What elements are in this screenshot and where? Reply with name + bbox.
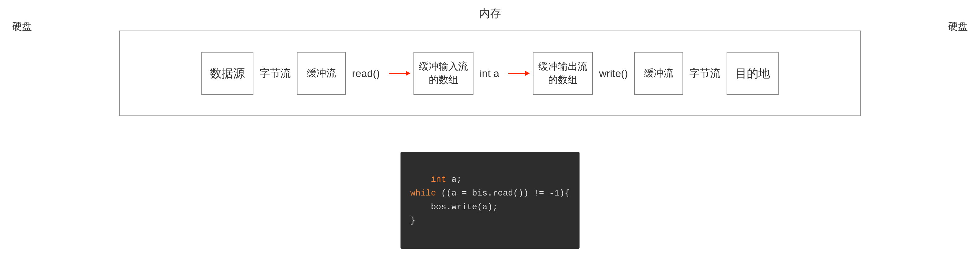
code-line1-rest: a; — [446, 175, 461, 184]
write-item: write() — [593, 68, 634, 79]
byte-stream-right-item: 字节流 — [683, 66, 727, 81]
read-item: read() — [346, 68, 386, 79]
datasource-box: 数据源 — [201, 52, 253, 95]
buffer-stream-left-box: 缓冲流 — [297, 52, 346, 95]
code-keyword-int: int — [431, 175, 446, 184]
buffer-stream-right-item: 缓冲流 — [634, 52, 683, 95]
memory-label: 内存 — [479, 6, 501, 21]
write-label: write() — [593, 68, 634, 79]
arrow1 — [386, 69, 414, 78]
target-box: 目的地 — [727, 52, 779, 95]
buffer-input-box: 缓冲输入流 的数组 — [414, 52, 474, 95]
int-a-item: int a — [474, 68, 505, 79]
byte-stream-right-label: 字节流 — [683, 66, 727, 81]
flow-row: 数据源 字节流 缓冲流 read() 缓冲输入流 的数组 — [0, 30, 980, 116]
buffer-output-item: 缓冲输出流 的数组 — [533, 52, 593, 95]
byte-stream-left-label: 字节流 — [253, 66, 297, 81]
buffer-output-box: 缓冲输出流 的数组 — [533, 52, 593, 95]
code-line2-rest: ((a = bis.read()) != -1){ — [436, 188, 570, 198]
diagram-container: 内存 硬盘 硬盘 数据源 字节流 缓冲流 read() — [0, 0, 980, 267]
arrow2 — [505, 69, 533, 78]
buffer-stream-right-box: 缓冲流 — [634, 52, 683, 95]
read-label: read() — [346, 68, 386, 79]
code-line4: } — [410, 216, 416, 225]
code-keyword-while: while — [410, 188, 436, 198]
svg-marker-3 — [525, 71, 530, 76]
int-a-label: int a — [474, 68, 505, 79]
target-item: 目的地 — [727, 52, 779, 95]
svg-marker-1 — [406, 71, 410, 76]
byte-stream-left-item: 字节流 — [253, 66, 297, 81]
buffer-input-item: 缓冲输入流 的数组 — [414, 52, 474, 95]
datasource-item: 数据源 — [201, 52, 253, 95]
code-line3: bos.write(a); — [410, 202, 498, 212]
code-block: int a; while ((a = bis.read()) != -1){ b… — [401, 152, 580, 249]
buffer-stream-left-item: 缓冲流 — [297, 52, 346, 95]
